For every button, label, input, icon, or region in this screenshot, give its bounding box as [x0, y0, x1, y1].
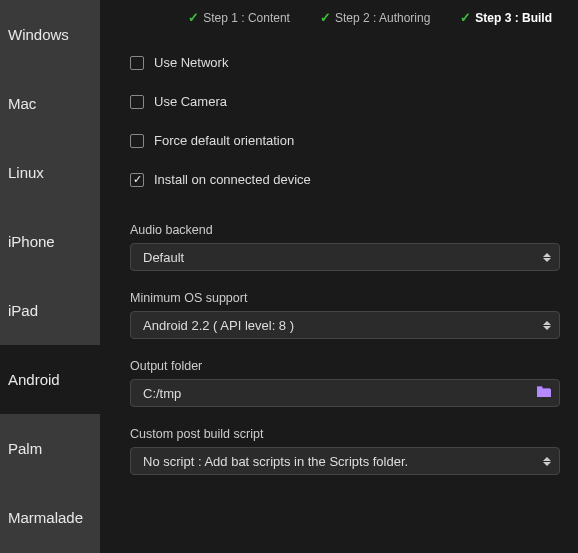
sidebar-item-palm[interactable]: Palm [0, 414, 100, 483]
sidebar-item-iphone[interactable]: iPhone [0, 207, 100, 276]
step-content[interactable]: ✓ Step 1 : Content [188, 10, 290, 25]
force-orientation-label: Force default orientation [154, 133, 294, 148]
audio-backend-group: Audio backend Default [130, 223, 560, 271]
sidebar-item-linux[interactable]: Linux [0, 138, 100, 207]
step-build[interactable]: ✓ Step 3 : Build [460, 10, 552, 25]
step-authoring[interactable]: ✓ Step 2 : Authoring [320, 10, 430, 25]
audio-backend-select[interactable]: Default [130, 243, 560, 271]
main-panel: ✓ Step 1 : Content ✓ Step 2 : Authoring … [100, 0, 578, 553]
wizard-steps: ✓ Step 1 : Content ✓ Step 2 : Authoring … [130, 0, 560, 47]
sidebar-item-ipad[interactable]: iPad [0, 276, 100, 345]
spinner-icon [540, 316, 554, 334]
use-network-label: Use Network [154, 55, 228, 70]
build-form: Use Network Use Camera Force default ori… [130, 47, 560, 475]
install-device-row: Install on connected device [130, 164, 560, 203]
output-folder-label: Output folder [130, 359, 560, 373]
check-icon: ✓ [460, 10, 471, 25]
force-orientation-checkbox[interactable] [130, 134, 144, 148]
platform-sidebar: Windows Mac Linux iPhone iPad Android Pa… [0, 0, 100, 553]
spinner-icon [540, 452, 554, 470]
force-orientation-row: Force default orientation [130, 125, 560, 164]
min-os-label: Minimum OS support [130, 291, 560, 305]
use-camera-label: Use Camera [154, 94, 227, 109]
use-network-checkbox[interactable] [130, 56, 144, 70]
audio-backend-label: Audio backend [130, 223, 560, 237]
folder-icon[interactable] [536, 385, 552, 401]
sidebar-item-marmalade[interactable]: Marmalade [0, 483, 100, 552]
install-device-checkbox[interactable] [130, 173, 144, 187]
install-device-label: Install on connected device [154, 172, 311, 187]
check-icon: ✓ [188, 10, 199, 25]
min-os-group: Minimum OS support Android 2.2 ( API lev… [130, 291, 560, 339]
sidebar-item-mac[interactable]: Mac [0, 69, 100, 138]
spinner-icon [540, 248, 554, 266]
use-camera-checkbox[interactable] [130, 95, 144, 109]
use-network-row: Use Network [130, 47, 560, 86]
output-folder-group: Output folder [130, 359, 560, 407]
post-build-group: Custom post build script No script : Add… [130, 427, 560, 475]
sidebar-item-android[interactable]: Android [0, 345, 100, 414]
sidebar-item-windows[interactable]: Windows [0, 0, 100, 69]
use-camera-row: Use Camera [130, 86, 560, 125]
check-icon: ✓ [320, 10, 331, 25]
post-build-select[interactable]: No script : Add bat scripts in the Scrip… [130, 447, 560, 475]
min-os-select[interactable]: Android 2.2 ( API level: 8 ) [130, 311, 560, 339]
post-build-label: Custom post build script [130, 427, 560, 441]
output-folder-input[interactable] [130, 379, 560, 407]
